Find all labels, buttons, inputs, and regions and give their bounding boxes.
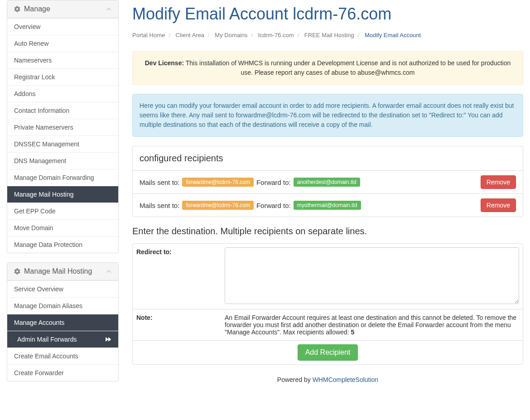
sidebar-item-service-overview[interactable]: Service Overview bbox=[7, 280, 118, 297]
sidebar-item-dnssec-management[interactable]: DNSSEC Management bbox=[7, 135, 118, 152]
forward-to-label: Forward to: bbox=[256, 202, 291, 209]
note-text: An Email Forwarder Account requires at l… bbox=[225, 314, 516, 336]
to-email-badge: anotherdest@domain.tld bbox=[294, 178, 360, 187]
sidebar-item-manage-data-protection[interactable]: Manage Data Protection bbox=[7, 236, 118, 253]
sidebar-item-registrar-lock[interactable]: Registrar Lock bbox=[7, 68, 118, 85]
sidebar-item-manage-domain-forwarding[interactable]: Manage Domain Forwarding bbox=[7, 169, 118, 186]
sidebar-item-manage-accounts[interactable]: Manage Accounts bbox=[7, 314, 118, 331]
breadcrumb-client-area[interactable]: Client Area bbox=[176, 32, 205, 39]
sidebar-item-contact-information[interactable]: Contact Information bbox=[7, 102, 118, 119]
sidebar-item-private-nameservers[interactable]: Private Nameservers bbox=[7, 119, 118, 135]
breadcrumb-current: Modify Email Account bbox=[365, 32, 421, 39]
recipient-row: Mails sent to: forwardme@lcdrm-76.com Fo… bbox=[133, 194, 523, 217]
sidebar-item-nameservers[interactable]: Nameservers bbox=[7, 52, 118, 68]
chevron-up-icon bbox=[106, 269, 111, 274]
dev-license-alert: Dev License: This installation of WHMCS … bbox=[132, 51, 523, 85]
sidebar-item-get-epp-code[interactable]: Get EPP Code bbox=[7, 203, 118, 219]
forward-icon bbox=[105, 337, 111, 342]
breadcrumb-domain[interactable]: lcdrm-76.com bbox=[258, 32, 294, 39]
sidebar-item-manage-domain-aliases[interactable]: Manage Domain Aliases bbox=[7, 297, 118, 314]
breadcrumb-my-domains[interactable]: My Domains bbox=[215, 32, 247, 39]
footer: Powered by WHMCompleteSolution bbox=[132, 376, 523, 383]
redirect-to-input[interactable] bbox=[225, 247, 519, 304]
from-email-badge: forwardme@lcdrm-76.com bbox=[182, 201, 254, 210]
breadcrumb-free-mail-hosting[interactable]: FREE Mail Hosting bbox=[304, 32, 354, 39]
sidebar-item-admin-mail-forwards[interactable]: Admin Mail Forwards bbox=[7, 331, 118, 348]
note-label: Note: bbox=[133, 309, 221, 341]
recipient-row: Mails sent to: forwardme@lcdrm-76.com Fo… bbox=[133, 171, 523, 194]
manage-panel-heading[interactable]: Manage bbox=[7, 0, 118, 18]
sidebar-item-create-email-accounts[interactable]: Create Email Accounts bbox=[7, 348, 118, 364]
add-recipient-button[interactable]: Add Recipient bbox=[298, 344, 358, 361]
sidebar-item-auto-renew[interactable]: Auto Renew bbox=[7, 35, 118, 52]
breadcrumb-portal-home[interactable]: Portal Home bbox=[132, 32, 165, 39]
to-email-badge: myothermail@domain.tld bbox=[294, 201, 361, 210]
mails-sent-label: Mails sent to: bbox=[140, 202, 179, 209]
form-intro: Enter the destination. Multiple recipien… bbox=[132, 226, 523, 237]
mail-hosting-panel-heading[interactable]: Manage Mail Hosting bbox=[7, 263, 118, 280]
info-alert-text: Here you can modify your forwarder email… bbox=[140, 102, 514, 128]
destination-form: Redirect to: Note: An Email Forwarder Ac… bbox=[132, 243, 523, 365]
recipients-panel: configured recipients Mails sent to: for… bbox=[132, 146, 523, 217]
from-email-badge: forwardme@lcdrm-76.com bbox=[182, 178, 254, 187]
manage-panel-title: Manage bbox=[24, 5, 50, 13]
remove-recipient-button[interactable]: Remove bbox=[481, 198, 516, 212]
mail-hosting-panel-title: Manage Mail Hosting bbox=[24, 267, 92, 275]
whmcs-link[interactable]: WHMCompleteSolution bbox=[313, 376, 379, 383]
powered-by-label: Powered by bbox=[277, 376, 313, 383]
manage-panel: Manage Overview Auto Renew Nameservers R… bbox=[7, 0, 119, 253]
sidebar-item-overview[interactable]: Overview bbox=[7, 18, 118, 35]
note-max: 5 bbox=[351, 328, 354, 336]
gear-icon bbox=[14, 6, 20, 12]
info-alert: Here you can modify your forwarder email… bbox=[132, 94, 523, 137]
page-title: Modify Email Account lcdrm-76.com bbox=[132, 5, 523, 24]
sidebar-item-dns-management[interactable]: DNS Management bbox=[7, 152, 118, 169]
sidebar-item-manage-mail-hosting[interactable]: Manage Mail Hosting bbox=[7, 186, 118, 203]
dev-license-label: Dev License: bbox=[145, 59, 184, 67]
chevron-up-icon bbox=[106, 6, 111, 12]
mail-hosting-panel: Manage Mail Hosting Service Overview Man… bbox=[7, 262, 119, 381]
sidebar-item-addons[interactable]: Addons bbox=[7, 85, 118, 102]
mails-sent-label: Mails sent to: bbox=[140, 179, 179, 186]
forward-to-label: Forward to: bbox=[256, 179, 291, 186]
redirect-to-label: Redirect to: bbox=[133, 244, 221, 309]
sidebar-item-move-domain[interactable]: Move Domain bbox=[7, 219, 118, 236]
sidebar-item-create-forwarder[interactable]: Create Forwarder bbox=[7, 364, 118, 381]
breadcrumb: Portal Home/ Client Area/ My Domains/ lc… bbox=[132, 28, 523, 42]
remove-recipient-button[interactable]: Remove bbox=[481, 175, 516, 189]
recipients-header: configured recipients bbox=[133, 146, 523, 171]
dev-license-text: This installation of WHMCS is running un… bbox=[184, 59, 511, 76]
gear-icon bbox=[14, 268, 20, 275]
